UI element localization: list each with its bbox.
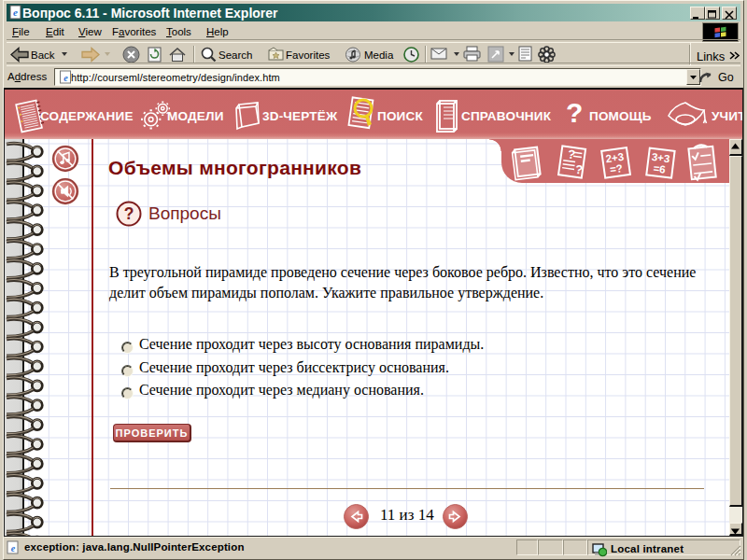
svg-text:e: e — [63, 73, 68, 83]
svg-text:?: ? — [124, 204, 134, 223]
svg-text:e: e — [11, 543, 16, 553]
svg-text:e: e — [13, 7, 18, 18]
svg-text:=?: =? — [609, 162, 623, 175]
svg-text:=6: =6 — [653, 162, 666, 175]
svg-text:?: ? — [567, 147, 576, 161]
